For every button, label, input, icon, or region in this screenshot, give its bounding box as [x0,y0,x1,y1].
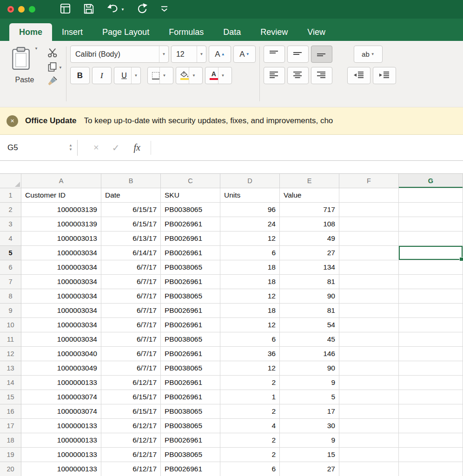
cell-E16[interactable]: 17 [280,404,339,419]
copy-button[interactable]: ▼ [47,60,62,74]
row-header-14[interactable]: 14 [0,376,21,390]
cell-D9[interactable]: 18 [220,304,280,318]
borders-button[interactable]: ▼ [147,67,173,84]
paste-button[interactable]: ▼ [11,46,38,72]
cell-G10[interactable] [399,318,463,332]
font-name-dropdown-icon[interactable]: ▼ [159,46,168,62]
cell-B17[interactable]: 6/12/17 [101,419,161,433]
ribbon-tab-page-layout[interactable]: Page Layout [93,23,159,41]
row-header-20[interactable]: 20 [0,462,21,476]
cell-F1[interactable] [339,188,399,203]
font-color-dropdown[interactable]: ▼ [218,67,227,84]
cell-F17[interactable] [339,419,399,433]
row-header-2[interactable]: 2 [0,203,21,217]
align-right-button[interactable] [311,67,332,84]
cell-B11[interactable]: 6/7/17 [101,332,161,347]
cell-C14[interactable]: PB0026961 [161,376,220,390]
cell-D2[interactable]: 96 [220,203,280,217]
cell-G18[interactable] [399,433,463,448]
cell-A4[interactable]: 1000003013 [21,231,101,246]
column-header-A[interactable]: A [21,174,101,188]
column-header-B[interactable]: B [101,174,161,188]
template-gallery-button[interactable] [60,3,71,16]
row-header-13[interactable]: 13 [0,361,21,376]
cell-E15[interactable]: 5 [280,390,339,404]
ribbon-tab-formulas[interactable]: Formulas [159,23,213,41]
cell-F10[interactable] [339,318,399,332]
align-middle-button[interactable] [287,46,309,63]
cell-D14[interactable]: 2 [220,376,280,390]
cell-E19[interactable]: 15 [280,448,339,462]
decrease-font-size-button[interactable]: A ▼ [233,46,256,63]
cell-C10[interactable]: PB0026961 [161,318,220,332]
cell-E3[interactable]: 108 [280,217,339,231]
name-box[interactable]: G5 ▲ ▼ [7,143,77,152]
cell-E9[interactable]: 81 [280,304,339,318]
cell-A1[interactable]: Customer ID [21,188,101,203]
cell-A17[interactable]: 1000000133 [21,419,101,433]
cell-C5[interactable]: PB0026961 [161,246,220,260]
row-header-9[interactable]: 9 [0,304,21,318]
cell-C19[interactable]: PB0038065 [161,448,220,462]
increase-font-size-button[interactable]: A ▲ [209,46,231,63]
font-size-dropdown-icon[interactable]: ▼ [197,46,206,62]
cell-E4[interactable]: 49 [280,231,339,246]
cell-C12[interactable]: PB0026961 [161,347,220,361]
cell-E17[interactable]: 30 [280,419,339,433]
cell-B12[interactable]: 6/7/17 [101,347,161,361]
cell-F14[interactable] [339,376,399,390]
cell-G7[interactable] [399,275,463,289]
format-painter-button[interactable] [47,74,62,88]
cell-F7[interactable] [339,275,399,289]
ribbon-tab-view[interactable]: View [298,23,335,41]
cell-B3[interactable]: 6/15/17 [101,217,161,231]
cell-A15[interactable]: 1000003074 [21,390,101,404]
cell-G15[interactable] [399,390,463,404]
cell-A19[interactable]: 1000000133 [21,448,101,462]
cell-A18[interactable]: 1000000133 [21,433,101,448]
cell-D17[interactable]: 4 [220,419,280,433]
cell-G4[interactable] [399,231,463,246]
cell-G5[interactable] [399,246,463,260]
cell-G14[interactable] [399,376,463,390]
column-header-C[interactable]: C [161,174,220,188]
cell-G19[interactable] [399,448,463,462]
minimize-window-button[interactable] [18,6,25,13]
cell-D13[interactable]: 12 [220,361,280,376]
row-header-8[interactable]: 8 [0,289,21,304]
cell-A11[interactable]: 1000003034 [21,332,101,347]
cell-G3[interactable] [399,217,463,231]
cell-C9[interactable]: PB0026961 [161,304,220,318]
cell-B15[interactable]: 6/15/17 [101,390,161,404]
cell-A14[interactable]: 1000000133 [21,376,101,390]
cell-F2[interactable] [339,203,399,217]
cell-B8[interactable]: 6/7/17 [101,289,161,304]
cell-G16[interactable] [399,404,463,419]
cell-A12[interactable]: 1000003040 [21,347,101,361]
cell-A3[interactable]: 1000003139 [21,217,101,231]
cell-D20[interactable]: 6 [220,462,280,476]
font-name-select[interactable]: Calibri (Body) ▼ [70,46,169,63]
cell-A20[interactable]: 1000000133 [21,462,101,476]
copy-dropdown[interactable]: ▼ [59,66,62,70]
cell-C11[interactable]: PB0038065 [161,332,220,347]
cell-B5[interactable]: 6/14/17 [101,246,161,260]
ribbon-tab-home[interactable]: Home [9,23,52,41]
cell-B13[interactable]: 6/7/17 [101,361,161,376]
cell-D19[interactable]: 2 [220,448,280,462]
cell-C2[interactable]: PB0038065 [161,203,220,217]
cell-F18[interactable] [339,433,399,448]
ribbon-tab-review[interactable]: Review [251,23,298,41]
cell-E18[interactable]: 9 [280,433,339,448]
cell-D3[interactable]: 24 [220,217,280,231]
increase-indent-button[interactable] [373,67,396,84]
cell-A2[interactable]: 1000003139 [21,203,101,217]
cell-C18[interactable]: PB0026961 [161,433,220,448]
cell-A6[interactable]: 1000003034 [21,260,101,275]
row-header-12[interactable]: 12 [0,347,21,361]
paste-dropdown[interactable]: ▼ [34,46,38,51]
decrease-indent-button[interactable] [347,67,370,84]
cell-F15[interactable] [339,390,399,404]
borders-dropdown[interactable]: ▼ [159,67,169,84]
cell-B1[interactable]: Date [101,188,161,203]
